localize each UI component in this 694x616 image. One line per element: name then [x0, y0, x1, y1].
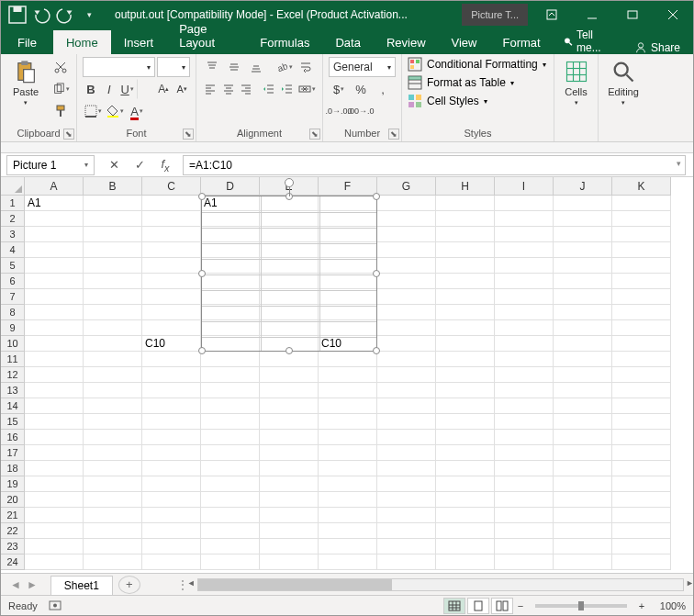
col-header-B[interactable]: B — [84, 177, 142, 196]
cell-D24[interactable] — [201, 554, 260, 570]
cell-A6[interactable] — [25, 274, 84, 289]
cell-J10[interactable] — [554, 336, 612, 352]
cell-H3[interactable] — [436, 227, 495, 242]
horizontal-scrollbar[interactable]: ◄ ► — [197, 578, 684, 591]
format-as-table-button[interactable]: Format as Table ▾ — [408, 75, 548, 90]
cell-K11[interactable] — [612, 352, 671, 367]
align-right-button[interactable] — [239, 79, 255, 99]
cell-K23[interactable] — [612, 539, 671, 554]
row-header-14[interactable]: 14 — [1, 398, 25, 414]
cell-F24[interactable] — [319, 554, 377, 570]
cell-I14[interactable] — [495, 398, 554, 414]
tab-format[interactable]: Format — [489, 30, 553, 54]
cell-K3[interactable] — [612, 227, 671, 242]
resize-handle[interactable] — [198, 270, 206, 277]
cell-B11[interactable] — [84, 352, 142, 367]
cell-C20[interactable] — [142, 492, 201, 508]
cell-B6[interactable] — [84, 274, 142, 289]
cell-F20[interactable] — [319, 492, 377, 508]
decrease-indent-button[interactable] — [261, 79, 277, 99]
cell-G19[interactable] — [377, 476, 436, 492]
tab-data[interactable]: Data — [322, 30, 373, 54]
cell-G18[interactable] — [377, 461, 436, 476]
row-header-18[interactable]: 18 — [1, 461, 25, 476]
cell-D13[interactable] — [201, 383, 260, 398]
cell-J12[interactable] — [554, 367, 612, 383]
hscroll-thumb[interactable] — [198, 579, 392, 590]
cell-B20[interactable] — [84, 492, 142, 508]
cell-styles-button[interactable]: Cell Styles ▾ — [408, 94, 548, 108]
cell-A11[interactable] — [25, 352, 84, 367]
cell-J16[interactable] — [554, 430, 612, 445]
cell-G20[interactable] — [377, 492, 436, 508]
cell-A9[interactable] — [25, 320, 84, 336]
cell-H8[interactable] — [436, 305, 495, 320]
cell-F12[interactable] — [319, 367, 377, 383]
cell-G5[interactable] — [377, 258, 436, 274]
cell-E15[interactable] — [260, 414, 319, 430]
cell-A19[interactable] — [25, 476, 84, 492]
row-header-4[interactable]: 4 — [1, 242, 25, 258]
cell-C14[interactable] — [142, 398, 201, 414]
cell-H5[interactable] — [436, 258, 495, 274]
formula-expand-icon[interactable]: ▾ — [677, 159, 681, 168]
cell-F14[interactable] — [319, 398, 377, 414]
row-header-21[interactable]: 21 — [1, 508, 25, 523]
cell-B12[interactable] — [84, 367, 142, 383]
cell-I7[interactable] — [495, 289, 554, 305]
cell-I6[interactable] — [495, 274, 554, 289]
cell-E21[interactable] — [260, 508, 319, 523]
cell-C21[interactable] — [142, 508, 201, 523]
wrap-text-button[interactable] — [296, 57, 316, 77]
cell-J6[interactable] — [554, 274, 612, 289]
view-page-break-button[interactable] — [491, 598, 513, 614]
cell-J15[interactable] — [554, 414, 612, 430]
cell-K1[interactable] — [612, 196, 671, 211]
row-header-1[interactable]: 1 — [1, 196, 25, 211]
cell-F17[interactable] — [319, 445, 377, 461]
tab-formulas[interactable]: Formulas — [247, 30, 322, 54]
cell-F22[interactable] — [319, 523, 377, 539]
cell-H14[interactable] — [436, 398, 495, 414]
cell-K16[interactable] — [612, 430, 671, 445]
cell-H12[interactable] — [436, 367, 495, 383]
cell-A21[interactable] — [25, 508, 84, 523]
cell-B22[interactable] — [84, 523, 142, 539]
row-header-15[interactable]: 15 — [1, 414, 25, 430]
cancel-formula-button[interactable]: ✕ — [104, 155, 124, 175]
cell-F19[interactable] — [319, 476, 377, 492]
cell-D19[interactable] — [201, 476, 260, 492]
cell-A8[interactable] — [25, 305, 84, 320]
cell-I24[interactable] — [495, 554, 554, 570]
cell-K24[interactable] — [612, 554, 671, 570]
cell-E20[interactable] — [260, 492, 319, 508]
cell-F16[interactable] — [319, 430, 377, 445]
cell-J8[interactable] — [554, 305, 612, 320]
cell-C4[interactable] — [142, 242, 201, 258]
cell-H6[interactable] — [436, 274, 495, 289]
cell-G9[interactable] — [377, 320, 436, 336]
zoom-level[interactable]: 100% — [660, 600, 686, 611]
close-icon[interactable] — [653, 1, 693, 28]
editing-button[interactable]: Editing ▾ — [604, 57, 643, 108]
increase-decimal-button[interactable]: .0→.00 — [329, 101, 349, 121]
cell-I21[interactable] — [495, 508, 554, 523]
tab-file[interactable]: File — [1, 30, 53, 54]
cell-F18[interactable] — [319, 461, 377, 476]
cell-K2[interactable] — [612, 211, 671, 227]
cell-H20[interactable] — [436, 492, 495, 508]
name-box[interactable]: Picture 1 ▾ — [6, 155, 95, 175]
cell-I20[interactable] — [495, 492, 554, 508]
clipboard-dialog-launcher[interactable]: ⬊ — [63, 129, 74, 140]
cell-J1[interactable] — [554, 196, 612, 211]
cell-K10[interactable] — [612, 336, 671, 352]
cell-E14[interactable] — [260, 398, 319, 414]
formula-input[interactable]: =A1:C10 ▾ — [183, 155, 686, 175]
cell-I3[interactable] — [495, 227, 554, 242]
col-header-F[interactable]: F — [319, 177, 377, 196]
row-header-20[interactable]: 20 — [1, 492, 25, 508]
cell-C10[interactable]: C10 — [142, 336, 201, 352]
tab-view[interactable]: View — [439, 30, 490, 54]
sheet-tab-sheet1[interactable]: Sheet1 — [50, 576, 113, 595]
merge-center-button[interactable] — [297, 79, 317, 99]
